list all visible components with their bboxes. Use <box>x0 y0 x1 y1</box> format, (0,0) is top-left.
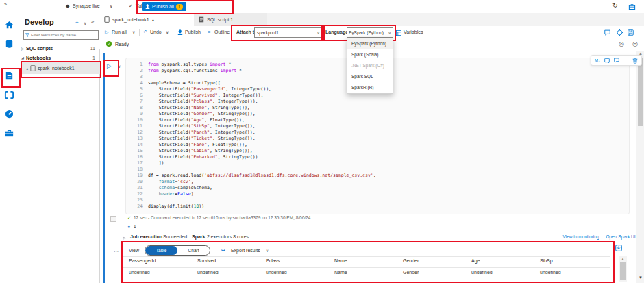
data-icon[interactable] <box>4 39 15 50</box>
develop-icon[interactable] <box>4 71 15 82</box>
manage-icon[interactable] <box>4 128 15 139</box>
code-line[interactable]: 16 StructField("Embarked", StringType()) <box>126 154 629 160</box>
language-menu-item[interactable]: SparkR (R) <box>347 82 393 93</box>
table-cell: undefined <box>540 270 608 275</box>
scroll-up-icon[interactable]: ▲ <box>621 257 625 261</box>
cell-more-icon[interactable]: ⋯ <box>623 58 628 63</box>
workspace-mode-chevron-icon[interactable]: ∨ <box>110 3 112 8</box>
attach-to-value: sparkpool1 <box>257 30 279 35</box>
export-results-button[interactable]: Export results <box>231 248 260 253</box>
line-number: 1 <box>126 62 148 68</box>
cell-collapse-chevron-icon[interactable]: ∨ <box>118 64 121 69</box>
run-options-chevron-icon[interactable]: ∨ <box>132 29 135 34</box>
comment-icon[interactable] <box>604 29 610 36</box>
tree-group-notebooks[interactable]: ◢ Notebooks 1 <box>19 53 99 62</box>
code-line[interactable]: 8 StructField("Name", StringType()), <box>126 105 629 111</box>
filter-icon <box>25 33 29 37</box>
open-spark-ui-link[interactable]: Open Spark UI↗ <box>606 234 639 240</box>
workspace-mode-label[interactable]: Synapse live <box>73 3 100 8</box>
code-line[interactable]: 11 StructField("SibSp", IntegerType()), <box>126 123 629 130</box>
collapse-panel-icon[interactable]: « <box>91 19 94 25</box>
code-line[interactable]: 9 StructField("Gender", StringType()), <box>126 111 629 117</box>
toolbar-more-icon[interactable]: ⋯ <box>638 29 643 35</box>
add-resource-icon[interactable]: + <box>75 19 79 25</box>
view-in-monitoring-link[interactable]: View in monitoring <box>563 234 599 240</box>
language-select[interactable]: PySpark (Python) ∨ <box>347 27 393 38</box>
export-chevron-icon[interactable]: ∨ <box>266 248 269 253</box>
attach-to-select[interactable]: sparkpool1 ∨ <box>254 27 323 38</box>
configure-session-icon[interactable]: ◎ <box>619 40 624 47</box>
publish-all-button[interactable]: Publish all 1 <box>142 2 186 11</box>
undo-options-chevron-icon[interactable]: ∨ <box>166 29 169 34</box>
code-line[interactable]: 18 <box>126 167 629 173</box>
toolbox-icon[interactable] <box>628 3 636 10</box>
tree-group-sql-scripts[interactable]: ▷ SQL scripts 11 <box>19 43 99 53</box>
notebook-icon <box>30 65 36 71</box>
code-line[interactable]: 12 StructField("Parch", IntegerType()), <box>126 130 629 136</box>
expand-icon[interactable]: ▷ <box>19 46 26 51</box>
code-line[interactable]: 19df = spark.read.load('abfss://dlsafssd… <box>126 173 629 179</box>
delete-cell-icon[interactable] <box>632 58 638 64</box>
synapse-logo-icon: ◆ <box>66 3 69 9</box>
code-line[interactable]: 15 StructField("Cabin", StringType()), <box>126 148 629 154</box>
spark-detail: 2 executors 8 cores <box>207 234 249 239</box>
refresh-icon[interactable]: ↻ <box>612 2 618 9</box>
results-more-icon[interactable]: ⋯ <box>114 249 119 255</box>
settings-icon[interactable]: ◎ <box>632 40 638 47</box>
home-icon[interactable] <box>4 20 15 31</box>
code-line[interactable]: 17 ]) <box>126 160 629 167</box>
output-collapse-icon[interactable] <box>110 216 116 222</box>
filter-resources-input[interactable]: Filter resources by name <box>23 30 99 40</box>
code-line[interactable]: 23 <box>126 197 629 204</box>
integrate-icon[interactable] <box>4 90 15 101</box>
code-line[interactable]: 21 schema=sampleSchema, <box>126 185 629 191</box>
code-line[interactable]: 14 StructField("Fare", FloatType()), <box>126 142 629 148</box>
group-count: 1 <box>92 56 95 60</box>
frame-icon[interactable] <box>604 58 610 63</box>
sql-script-tab-icon <box>199 16 204 23</box>
run-all-button[interactable]: Run all <box>112 29 127 34</box>
code-line[interactable]: 13 StructField("Ticket", StringType()), <box>126 136 629 142</box>
tab-sql-script-1[interactable]: SQL script 1 <box>194 13 267 26</box>
variables-button[interactable]: Variables <box>404 29 423 34</box>
save-icon[interactable] <box>628 29 634 36</box>
group-label: SQL scripts <box>26 46 53 51</box>
run-cell-button[interactable]: ▷ <box>107 62 112 69</box>
undo-button[interactable]: Undo <box>150 29 162 34</box>
output-tab[interactable]: ● 1 <box>127 224 136 229</box>
results-header-row: PassengerIdSurvivedPclassNameGenderAgeSi… <box>129 258 608 263</box>
chart-view-button[interactable]: Chart <box>177 246 210 255</box>
table-cell: undefined <box>197 270 266 275</box>
line-number: 15 <box>126 148 148 154</box>
results-data-row: undefinedundefinedundefinedNameGenderund… <box>129 270 608 275</box>
code-line[interactable]: 24display(df.limit(10)) <box>126 204 629 210</box>
cell-comment-icon[interactable] <box>614 58 619 63</box>
collapse-icon[interactable]: ◢ <box>19 56 26 60</box>
column-header: Gender <box>403 258 471 263</box>
save-results-icon[interactable] <box>615 245 622 251</box>
code-line[interactable]: 7 StructField("Pclass", IntegerType()), <box>126 99 629 105</box>
tree-item-spark-notebook1[interactable]: ● spark_notebook1 <box>22 62 101 74</box>
session-icon[interactable] <box>617 29 623 36</box>
publish-button[interactable]: Publish <box>185 29 201 34</box>
to-markdown-icon[interactable]: M↓ <box>595 58 600 62</box>
code-line[interactable]: 20 format='csv', <box>126 179 629 185</box>
results-scrollbar[interactable]: ▲ <box>619 256 627 282</box>
outline-button[interactable]: Outline <box>214 29 230 34</box>
table-view-button[interactable]: Table <box>145 246 177 255</box>
main-scrollbar[interactable]: ▲ ▼ <box>636 51 644 283</box>
scroll-down-icon[interactable]: ▼ <box>639 275 643 280</box>
code-line[interactable]: 10 StructField("Age", FloatType()), <box>126 117 629 123</box>
output-tab-label: 1 <box>134 224 136 229</box>
language-menu-item[interactable]: PySpark (Python) <box>347 38 393 49</box>
line-number: 7 <box>126 99 148 105</box>
language-menu-item[interactable]: Spark (Scala) <box>347 49 393 60</box>
job-expand-icon[interactable]: ▷ <box>123 236 126 240</box>
code-line[interactable]: 22 header=False) <box>126 191 629 197</box>
monitor-icon[interactable] <box>4 109 15 120</box>
tab-spark-notebook1[interactable]: spark_notebook1 ● <box>99 13 195 26</box>
actions-chevron-icon[interactable]: ∨ <box>84 21 86 25</box>
collapse-rail-icon[interactable]: » <box>4 2 7 7</box>
language-menu-item[interactable]: Spark SQL <box>347 71 393 82</box>
line-number: 5 <box>126 86 148 93</box>
